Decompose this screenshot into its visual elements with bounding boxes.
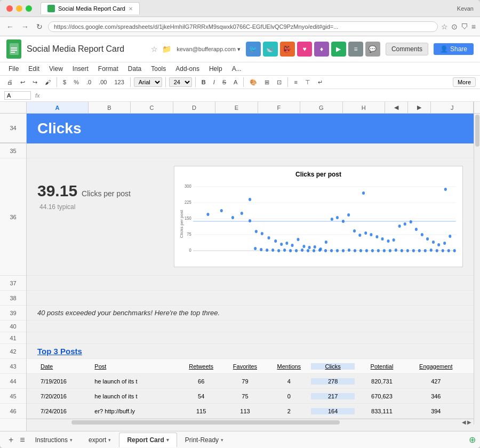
h-scroll-bar[interactable]: ◀ ▶	[27, 419, 474, 425]
percent-btn[interactable]: %	[71, 78, 82, 86]
decimal-btn[interactable]: .0	[84, 78, 94, 86]
font-size-selector[interactable]: 24	[169, 77, 192, 87]
paint-format-btn[interactable]: 🖌	[42, 78, 53, 86]
plugin-icon-1[interactable]: 🐦	[246, 42, 261, 57]
menu-edit[interactable]: Edit	[24, 63, 44, 74]
cell-reference[interactable]	[4, 91, 31, 100]
strikethrough-btn[interactable]: S	[220, 78, 229, 86]
star-icon[interactable]: ☆	[441, 22, 448, 31]
comments-button[interactable]: Comments	[386, 43, 428, 55]
v-scroll-thumb[interactable]	[475, 115, 479, 147]
tab-export[interactable]: export ▾	[81, 433, 119, 447]
menu-tools[interactable]: Tools	[147, 63, 170, 74]
col-header-f[interactable]: F	[258, 102, 300, 113]
cell-ment-2: 0	[267, 393, 311, 399]
menu-a[interactable]: A...	[228, 63, 246, 74]
sheets-menu-button[interactable]: ≡	[18, 435, 27, 445]
valign-btn[interactable]: ⊤	[302, 78, 313, 87]
menu-help[interactable]: Help	[205, 63, 227, 74]
document-title[interactable]: Social Media Report Card	[27, 44, 146, 54]
font-selector[interactable]: Arial	[134, 77, 162, 87]
browser-icons: ☆ ⊙ ⛉ ≡	[441, 22, 476, 31]
refresh-button[interactable]: ↻	[34, 21, 45, 32]
svg-point-56	[249, 198, 251, 201]
col-retweets: Retweets	[179, 363, 223, 370]
sheets-add-icon[interactable]: ⊕	[469, 435, 476, 445]
more-button[interactable]: More	[453, 77, 476, 87]
opera-icon[interactable]: ⊙	[451, 22, 458, 31]
menu-data[interactable]: Data	[124, 63, 146, 74]
italic-btn[interactable]: I	[211, 78, 218, 86]
col-header-g[interactable]: G	[300, 102, 342, 113]
menu-addons[interactable]: Add-ons	[171, 63, 204, 74]
col-header-i[interactable]: ◀	[385, 102, 408, 113]
plugin-icon-6[interactable]: ▶	[331, 42, 346, 57]
browser-tab[interactable]: Social Media Report Card ✕	[41, 2, 140, 14]
plugin-icon-2[interactable]: 🐋	[263, 42, 278, 57]
bold-btn[interactable]: B	[199, 78, 209, 86]
wrap-btn[interactable]: ↵	[315, 78, 325, 87]
shield-icon[interactable]: ⛉	[461, 22, 468, 31]
number-btn[interactable]: 123	[111, 78, 126, 86]
font-color-btn[interactable]: A	[231, 78, 240, 86]
menu-view[interactable]: View	[45, 63, 67, 74]
svg-text:300: 300	[185, 183, 191, 189]
url-input[interactable]: https://docs.google.com/spreadsheets/d/1…	[48, 21, 438, 32]
col-header-d[interactable]: D	[173, 102, 215, 113]
align-left-btn[interactable]: ≡	[291, 78, 300, 86]
col-header-j[interactable]: ▶	[408, 102, 431, 113]
menu-file[interactable]: File	[4, 63, 23, 74]
star-doc-icon[interactable]: ☆	[151, 45, 158, 53]
menu-icon[interactable]: ≡	[471, 22, 476, 31]
col-header-h[interactable]: H	[343, 102, 385, 113]
cell-eng-2: 346	[409, 393, 463, 399]
col-header-b[interactable]: B	[89, 102, 131, 113]
undo-btn[interactable]: ↩	[18, 78, 28, 87]
print-btn[interactable]: 🖨	[4, 78, 15, 86]
maximize-button[interactable]	[26, 5, 32, 12]
col-header-c[interactable]: C	[131, 102, 173, 113]
tab-close-button[interactable]: ✕	[129, 6, 133, 12]
share-button[interactable]: 👤 Share	[434, 43, 474, 55]
plugin-icon-3[interactable]: 👺	[280, 42, 295, 57]
svg-point-22	[261, 232, 263, 235]
plugin-icon-4[interactable]: ♥	[297, 42, 312, 57]
folder-icon[interactable]: 📁	[162, 45, 171, 53]
formula-input[interactable]	[44, 92, 476, 99]
svg-point-39	[358, 234, 361, 237]
forward-button[interactable]: →	[19, 21, 31, 32]
h-scroll-thumb[interactable]	[71, 420, 340, 425]
title-bar: Social Media Report Card ✕ Kevan	[0, 0, 480, 17]
col-header-k[interactable]: J	[431, 102, 473, 113]
col-header-e[interactable]: E	[215, 102, 258, 113]
svg-text:Clicks per post: Clicks per post	[180, 210, 184, 238]
close-button[interactable]	[6, 5, 13, 12]
cell-date-2: 7/20/2016	[37, 393, 91, 399]
tab-print-ready[interactable]: Print-Ready ▾	[177, 433, 231, 447]
plugin-icon-5[interactable]: ♦	[314, 42, 329, 57]
tab-export-arrow: ▾	[108, 437, 111, 443]
col-header-a[interactable]: A	[27, 102, 89, 113]
redo-btn[interactable]: ↪	[30, 78, 40, 87]
v-scroll-bar[interactable]	[474, 114, 480, 425]
add-sheet-button[interactable]: +	[4, 435, 18, 445]
borders-btn[interactable]: ⊞	[262, 78, 272, 87]
currency-btn[interactable]: $	[60, 78, 69, 86]
scroll-left-btn[interactable]: ◀	[462, 419, 466, 425]
menu-insert[interactable]: Insert	[68, 63, 93, 74]
minimize-button[interactable]	[16, 5, 22, 12]
fill-color-btn[interactable]: 🎨	[247, 78, 260, 87]
menu-format[interactable]: Format	[94, 63, 123, 74]
decimal2-btn[interactable]: .00	[96, 78, 109, 86]
plugin-icon-chat[interactable]: 💬	[365, 42, 380, 57]
spreadsheet: A B C D E F G H ◀ ▶ J 34 35 36 37	[0, 102, 480, 431]
plugin-icon-7[interactable]: ≡	[348, 42, 363, 57]
merge-btn[interactable]: ⊡	[274, 78, 284, 87]
svg-point-52	[432, 241, 435, 244]
back-button[interactable]: ←	[4, 21, 16, 32]
address-bar: ← → ↻ https://docs.google.com/spreadshee…	[0, 17, 480, 36]
scroll-right-btn[interactable]: ▶	[467, 419, 471, 425]
tab-instructions[interactable]: Instructions ▾	[27, 433, 81, 447]
tab-report-card[interactable]: Report Card ▾	[119, 433, 177, 447]
svg-point-57	[362, 191, 365, 195]
